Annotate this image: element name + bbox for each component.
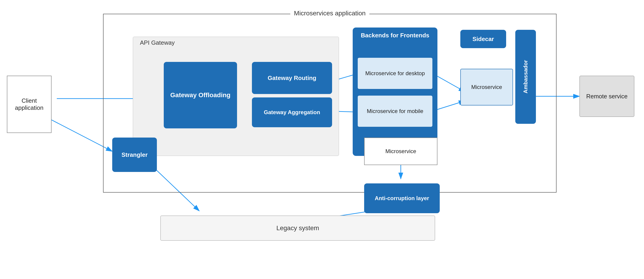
microservice-mobile-box: Microservice for mobile [357,95,433,127]
strangler-box: Strangler [112,138,157,172]
remote-service-box: Remote service [580,76,634,117]
microservice-desktop-box: Microservice for desktop [357,57,433,89]
bff-label: Backends for Frontends [353,28,438,42]
gateway-offloading-label: Gateway Offloading [170,92,230,99]
sidecar-box: Sidecar [460,30,506,48]
gateway-routing-label: Gateway Routing [268,75,316,82]
client-application-label: Client application [7,97,51,111]
anti-corruption-label: Anti-corruption layer [375,195,429,201]
microservice-desktop-label: Microservice for desktop [365,70,425,77]
diagram-container: Microservices application API Gateway Cl… [0,0,644,279]
gateway-aggregation-box: Gateway Aggregation [252,97,332,127]
ambassador-box: Ambassador [515,30,536,124]
gateway-offloading-box: Gateway Offloading [164,62,237,128]
ambassador-label: Ambassador [522,60,529,93]
legacy-system-label: Legacy system [276,224,319,232]
client-application-box: Client application [7,76,52,133]
strangler-label: Strangler [122,151,148,158]
legacy-system-box: Legacy system [160,215,435,241]
anti-corruption-box: Anti-corruption layer [364,183,440,213]
bff-container: Backends for Frontends Microservice for … [353,28,438,156]
microservice-right-box: Microservice [460,69,513,105]
microservice-mobile-label: Microservice for mobile [367,108,424,114]
remote-service-label: Remote service [586,93,628,100]
gateway-routing-box: Gateway Routing [252,62,332,94]
microservice-bottom-box: Microservice [364,138,438,165]
microservices-app-label: Microservices application [290,10,370,17]
sidecar-label: Sidecar [472,36,494,43]
microservice-bottom-label: Microservice [386,148,416,155]
gateway-aggregation-label: Gateway Aggregation [264,109,320,116]
microservice-right-label: Microservice [471,84,502,90]
api-gateway-label: API Gateway [140,39,175,46]
svg-line-2 [46,117,112,151]
